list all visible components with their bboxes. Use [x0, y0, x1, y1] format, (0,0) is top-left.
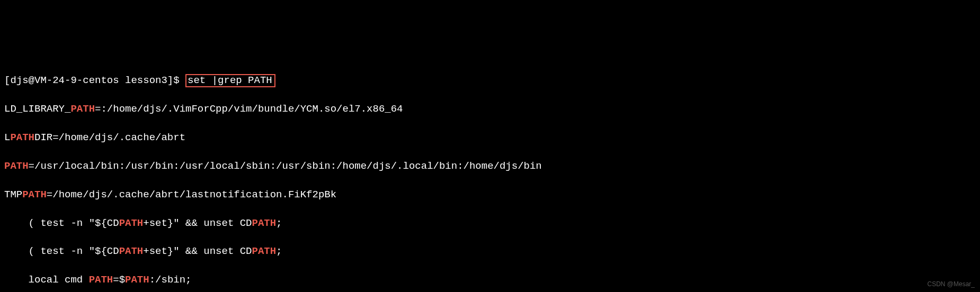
grep-match: PATH — [119, 245, 144, 257]
output-line: LPATHDIR=/home/djs/.cache/abrt — [4, 131, 976, 145]
grep-match: PATH — [119, 217, 144, 229]
output-line: LD_LIBRARY_PATH=:/home/djs/.VimForCpp/vi… — [4, 102, 976, 116]
output-line: PATH=/usr/local/bin:/usr/bin:/usr/local/… — [4, 159, 976, 174]
cmd-text: set |grep — [188, 75, 248, 86]
prompt-line: [djs@VM-24-9-centos lesson3]$ set |grep … — [4, 74, 976, 88]
grep-match: PATH — [70, 103, 95, 115]
command-highlight-box: set |grep PATH — [185, 74, 275, 87]
grep-match: PATH — [89, 274, 113, 286]
shell-prompt: [djs@VM-24-9-centos lesson3]$ — [4, 75, 185, 86]
watermark: CSDN @Mesar_ — [927, 280, 975, 289]
output-line: ( test -n "${CDPATH+set}" && unset CDPAT… — [4, 244, 976, 259]
grep-match: PATH — [125, 274, 149, 286]
output-line: local cmd PATH=$PATH:/sbin; — [4, 273, 976, 287]
grep-match: PATH — [22, 189, 47, 200]
terminal-output[interactable]: [djs@VM-24-9-centos lesson3]$ set |grep … — [4, 59, 976, 292]
output-line: ( test -n "${CDPATH+set}" && unset CDPAT… — [4, 216, 976, 231]
grep-match: PATH — [252, 245, 276, 257]
grep-match: PATH — [4, 160, 29, 172]
cmd-text-arg: PATH — [248, 75, 272, 86]
output-line: TMPPATH=/home/djs/.cache/abrt/lastnotifi… — [4, 188, 976, 202]
grep-match: PATH — [10, 132, 34, 143]
grep-match: PATH — [252, 217, 276, 229]
